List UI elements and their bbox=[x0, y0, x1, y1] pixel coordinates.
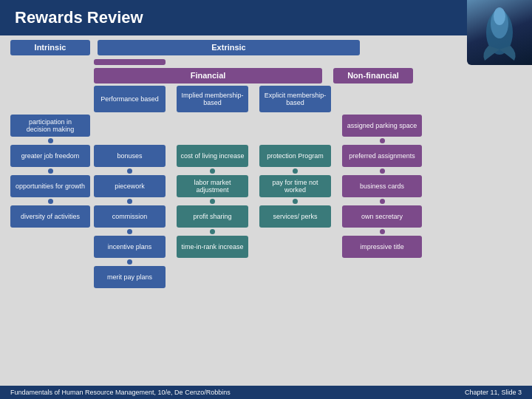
row-2: opportunities for growth piecework labor… bbox=[10, 175, 522, 197]
dot-intrinsic-0 bbox=[48, 138, 53, 143]
dot-im-3 bbox=[210, 229, 215, 234]
dot-nf-3 bbox=[380, 229, 385, 234]
cost-of-living-cell: cost of living increase bbox=[177, 145, 248, 167]
merit-pay-cell: merit pay plans bbox=[94, 266, 166, 288]
dot-i-1 bbox=[48, 168, 53, 174]
dot-i-2 bbox=[48, 199, 53, 204]
financial-label bbox=[94, 59, 166, 65]
pay-for-time-cell: pay for time not worked bbox=[259, 175, 331, 197]
footer-left: Fundamentals of Human Resource Managemen… bbox=[10, 389, 231, 396]
dot-row-2 bbox=[10, 199, 522, 204]
piecework-cell: piecework bbox=[94, 175, 166, 197]
dot-row-1 bbox=[10, 168, 522, 174]
perf-based-header: Performance based bbox=[94, 86, 166, 112]
profit-sharing-cell: profit sharing bbox=[177, 205, 248, 228]
participation-row: participation indecision making assigned… bbox=[10, 115, 522, 137]
extrinsic-label: Extrinsic bbox=[98, 40, 360, 55]
dot-p-3 bbox=[127, 229, 132, 234]
dot-p-2 bbox=[127, 199, 132, 204]
label-row: Intrinsic Extrinsic bbox=[10, 40, 522, 55]
nonfinancial-header: Non-financial bbox=[333, 68, 413, 83]
participation-cell: participation indecision making bbox=[10, 115, 90, 137]
row-4: incentive plans time-in-rank increase im… bbox=[10, 236, 522, 258]
dot-row-0 bbox=[10, 138, 522, 143]
assigned-parking-cell: assigned parking space bbox=[342, 115, 422, 137]
dot-nf-2 bbox=[380, 199, 385, 204]
subheader-row: Performance based Implied membership-bas… bbox=[10, 86, 522, 112]
dot-row-3 bbox=[10, 229, 522, 234]
footer: Fundamentals of Human Resource Managemen… bbox=[0, 386, 532, 399]
spacer-left bbox=[10, 59, 90, 65]
financial-header: Financial bbox=[94, 68, 322, 83]
preferred-assignments-cell: preferred assignments bbox=[342, 145, 422, 167]
dot-ex-1 bbox=[293, 168, 298, 174]
dot-nf-0 bbox=[380, 138, 385, 143]
title-bar: Rewards Review bbox=[0, 0, 532, 35]
dot-nf-1 bbox=[380, 168, 385, 174]
intrinsic-label: Intrinsic bbox=[10, 40, 90, 55]
svg-point-2 bbox=[494, 7, 505, 25]
protection-program-cell: protection Program bbox=[259, 145, 331, 167]
row-5: merit pay plans bbox=[10, 266, 522, 288]
footer-right: Chapter 11, Slide 3 bbox=[465, 389, 522, 396]
opportunities-growth-cell: opportunities for growth bbox=[10, 175, 90, 197]
own-secretary-cell: own secretary bbox=[342, 205, 422, 228]
incentive-plans-cell: incentive plans bbox=[94, 236, 166, 258]
slide-title: Rewards Review bbox=[15, 8, 143, 27]
business-cards-cell: business cards bbox=[342, 175, 422, 197]
dot-im-2 bbox=[210, 199, 215, 204]
implied-header: Implied membership-based bbox=[177, 86, 248, 112]
financial-nonfinancial-row: Financial Non-financial bbox=[10, 68, 522, 83]
row-1: greater job freedom bonuses cost of livi… bbox=[10, 145, 522, 167]
category-header-row bbox=[10, 59, 522, 65]
explicit-header: Explicit membership-based bbox=[259, 86, 331, 112]
labor-market-cell: labor market adjustment bbox=[177, 175, 248, 197]
greater-job-freedom-cell: greater job freedom bbox=[10, 145, 90, 167]
slide: Rewards Review Intrinsic Extrinsic bbox=[0, 0, 532, 399]
dot-row-4 bbox=[10, 259, 522, 265]
dot-p-1 bbox=[127, 168, 132, 174]
slide-content: Intrinsic Extrinsic Financial Non-financ… bbox=[0, 35, 532, 381]
dot-im-1 bbox=[210, 168, 215, 174]
bonuses-cell: bonuses bbox=[94, 145, 166, 167]
diversity-cell: diversity of activities bbox=[10, 205, 90, 228]
dot-ex-2 bbox=[293, 199, 298, 204]
services-perks-cell: services/ perks bbox=[259, 205, 331, 228]
impressive-title-cell: impressive title bbox=[342, 236, 422, 258]
time-in-rank-cell: time-in-rank increase bbox=[177, 236, 248, 258]
commission-cell: commission bbox=[94, 205, 166, 228]
dot-p-4 bbox=[127, 259, 132, 265]
row-3: diversity of activities commission profi… bbox=[10, 205, 522, 228]
